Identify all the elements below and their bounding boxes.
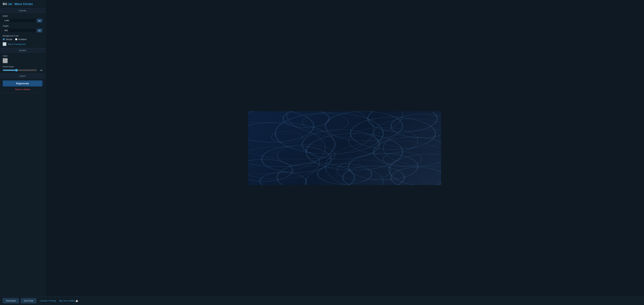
canvas-section: Width px Height px Background Color Simp… xyxy=(0,13,45,48)
symbol-section-header: Symbol xyxy=(0,48,45,53)
logo-jar: Jar xyxy=(8,2,12,6)
gradient-radio[interactable] xyxy=(15,38,17,40)
circle-count-value: 40 xyxy=(38,69,42,71)
symbol-section: Color Circle Count 40 xyxy=(0,53,45,74)
bg-color-label: Background Color xyxy=(3,35,42,37)
color-swatch[interactable] xyxy=(3,58,8,63)
simple-radio-label[interactable]: Simple xyxy=(3,38,12,40)
canvas-preview xyxy=(248,111,441,185)
width-label: Width xyxy=(3,15,42,17)
action-section: Regenerate Reset to default xyxy=(0,78,45,93)
footer: Download Get Code License / Pricing Buy … xyxy=(0,296,644,305)
svg-point-19 xyxy=(391,167,441,185)
svg-point-10 xyxy=(389,154,441,185)
action-section-header: Action xyxy=(0,74,45,78)
bg-color-radio-group: Simple Gradient xyxy=(3,38,42,40)
width-unit: px xyxy=(37,18,42,23)
canvas-section-header: Canvas xyxy=(0,8,45,13)
height-label: Height xyxy=(3,25,42,27)
coffee-link[interactable]: Buy me a coffee ☕ xyxy=(59,300,78,302)
get-code-button[interactable]: Get Code xyxy=(21,298,36,303)
gradient-radio-label[interactable]: Gradient xyxy=(15,38,26,40)
main-area xyxy=(45,0,644,296)
height-input[interactable] xyxy=(3,28,36,33)
svg-point-13 xyxy=(248,122,335,167)
transparent-icon xyxy=(3,42,6,46)
svg-point-0 xyxy=(248,111,314,142)
transparent-label: Set to Transparent xyxy=(8,43,26,45)
logo-bg: BG xyxy=(3,2,7,6)
height-unit: px xyxy=(37,28,42,32)
simple-radio[interactable] xyxy=(3,38,5,40)
circles-svg xyxy=(248,111,441,185)
svg-point-3 xyxy=(248,159,293,181)
reset-button[interactable]: Reset to default xyxy=(3,88,42,91)
svg-point-9 xyxy=(391,114,441,138)
logo-bar: BG Jar Mass Circles xyxy=(0,0,45,8)
svg-point-30 xyxy=(302,113,348,131)
sidebar: BG Jar Mass Circles Canvas Width px Heig… xyxy=(0,0,45,296)
regenerate-button[interactable]: Regenerate xyxy=(3,80,42,86)
logo-appname: Mass Circles xyxy=(14,2,33,6)
circle-count-slider[interactable] xyxy=(3,69,37,71)
set-transparent-button[interactable]: Set to Transparent xyxy=(3,42,42,46)
color-label: Color xyxy=(3,55,42,57)
license-link[interactable]: License / Pricing xyxy=(40,300,56,302)
circle-count-label: Circle Count xyxy=(3,65,42,68)
download-button[interactable]: Download xyxy=(3,298,19,303)
width-input[interactable] xyxy=(3,18,36,23)
